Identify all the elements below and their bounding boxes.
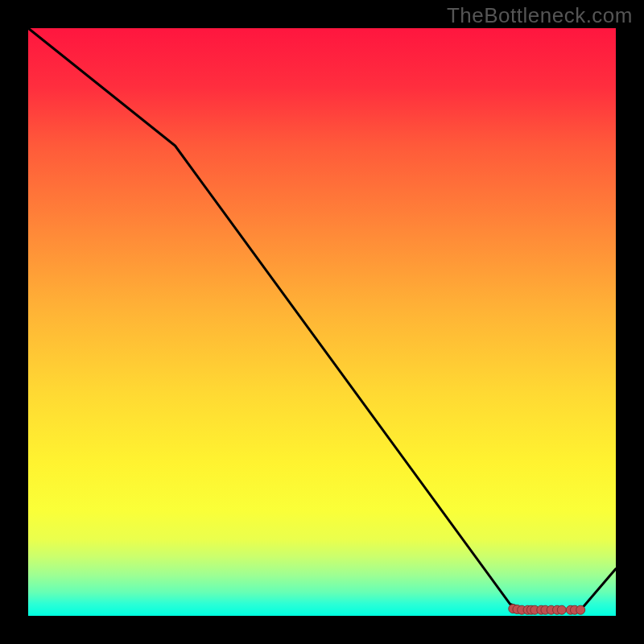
data-markers bbox=[509, 605, 585, 615]
plot-area bbox=[28, 28, 616, 616]
data-marker bbox=[576, 605, 585, 614]
attribution-text: TheBottleneck.com bbox=[447, 3, 633, 28]
chart-frame: TheBottleneck.com bbox=[0, 0, 644, 644]
chart-svg bbox=[28, 28, 616, 616]
data-marker bbox=[557, 605, 566, 614]
data-line bbox=[28, 28, 616, 610]
